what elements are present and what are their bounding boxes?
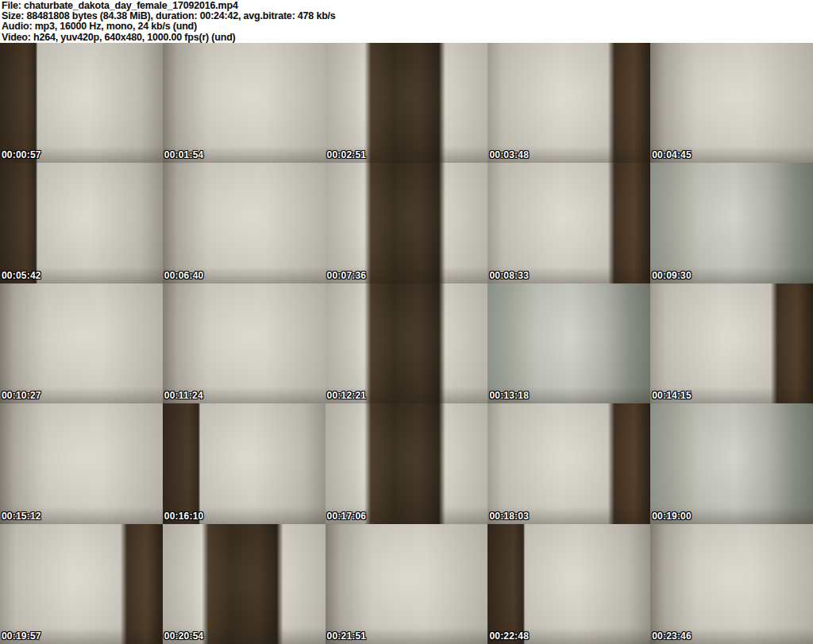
video-thumbnail: 00:04:45 — [650, 43, 813, 163]
thumbnail-timestamp: 00:07:36 — [327, 270, 367, 281]
file-metadata-header: File: chaturbate_dakota_day_female_17092… — [0, 0, 813, 43]
video-thumbnail: 00:00:57 — [0, 43, 163, 163]
video-thumbnail: 00:15:12 — [0, 403, 163, 523]
video-thumbnail: 00:11:24 — [163, 283, 326, 403]
video-thumbnail: 00:16:10 — [163, 403, 326, 523]
thumbnail-timestamp: 00:19:57 — [2, 631, 41, 642]
thumbnail-timestamp: 00:20:54 — [164, 631, 204, 642]
thumbnail-timestamp: 00:04:45 — [652, 149, 692, 160]
video-thumbnail: 00:08:33 — [487, 163, 650, 283]
video-thumbnail: 00:02:51 — [326, 43, 488, 163]
thumbnail-timestamp: 00:06:40 — [164, 270, 204, 281]
audio-codec-line: Audio: mp3, 16000 Hz, mono, 24 kb/s (und… — [2, 21, 813, 32]
thumbnail-timestamp: 00:14:15 — [652, 390, 692, 401]
thumbnail-timestamp: 00:17:06 — [327, 511, 367, 522]
video-thumbnail: 00:03:48 — [487, 43, 650, 163]
video-thumbnail: 00:22:48 — [487, 524, 650, 644]
video-thumbnail: 00:09:30 — [650, 163, 813, 283]
thumbnail-timestamp: 00:18:03 — [489, 511, 529, 522]
video-thumbnail: 00:19:00 — [650, 403, 813, 523]
thumbnail-timestamp: 00:01:54 — [164, 149, 204, 160]
thumbnail-timestamp: 00:19:00 — [652, 511, 692, 522]
thumbnail-timestamp: 00:00:57 — [2, 149, 41, 160]
thumbnail-timestamp: 00:05:42 — [2, 270, 41, 281]
thumbnail-timestamp: 00:10:27 — [2, 390, 41, 401]
video-thumbnail: 00:10:27 — [0, 283, 163, 403]
video-thumbnail: 00:05:42 — [0, 163, 163, 283]
video-contact-sheet: File: chaturbate_dakota_day_female_17092… — [0, 0, 813, 644]
thumbnail-timestamp: 00:12:21 — [327, 390, 367, 401]
thumbnail-timestamp: 00:21:51 — [327, 631, 367, 642]
thumbnail-timestamp: 00:08:33 — [489, 270, 529, 281]
video-codec-line: Video: h264, yuv420p, 640x480, 1000.00 f… — [2, 33, 813, 43]
thumbnail-timestamp: 00:03:48 — [489, 149, 529, 160]
thumbnail-timestamp: 00:11:24 — [164, 390, 203, 401]
video-thumbnail: 00:12:21 — [326, 283, 488, 403]
video-thumbnail: 00:13:18 — [487, 283, 650, 403]
thumbnail-timestamp: 00:09:30 — [652, 270, 692, 281]
thumbnail-timestamp: 00:15:12 — [2, 511, 41, 522]
video-thumbnail: 00:19:57 — [0, 524, 163, 644]
thumbnail-grid: 00:00:5700:01:5400:02:5100:03:4800:04:45… — [0, 43, 813, 644]
video-thumbnail: 00:17:06 — [326, 403, 488, 523]
thumbnail-timestamp: 00:22:48 — [489, 631, 529, 642]
thumbnail-timestamp: 00:13:18 — [489, 390, 529, 401]
video-thumbnail: 00:06:40 — [163, 163, 326, 283]
thumbnail-timestamp: 00:23:46 — [652, 631, 692, 642]
video-thumbnail: 00:18:03 — [487, 403, 650, 523]
video-thumbnail: 00:07:36 — [326, 163, 488, 283]
thumbnail-timestamp: 00:16:10 — [164, 511, 204, 522]
video-thumbnail: 00:14:15 — [650, 283, 813, 403]
video-thumbnail: 00:21:51 — [326, 524, 488, 644]
video-thumbnail: 00:23:46 — [650, 524, 813, 644]
video-thumbnail: 00:01:54 — [163, 43, 326, 163]
video-thumbnail: 00:20:54 — [163, 524, 326, 644]
thumbnail-timestamp: 00:02:51 — [327, 149, 367, 160]
